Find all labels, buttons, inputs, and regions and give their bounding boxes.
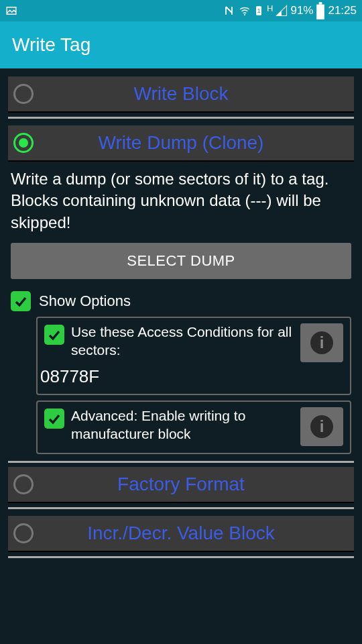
radio-factory-format[interactable]: Factory Format: [8, 467, 354, 503]
dump-description: Write a dump (or some sectors of it) to …: [8, 162, 354, 243]
radio-label: Write Dump (Clone): [42, 132, 354, 154]
svg-rect-5: [319, 2, 322, 5]
radio-label: Incr./Decr. Value Block: [42, 523, 354, 544]
info-button[interactable]: i: [300, 323, 343, 362]
radio-write-dump[interactable]: Write Dump (Clone): [8, 125, 354, 162]
divider: [8, 507, 354, 509]
checkbox-checked-icon: [11, 291, 31, 311]
option-label: Advanced: Enable writing to manufacturer…: [71, 407, 300, 443]
info-icon: i: [310, 415, 333, 438]
select-dump-button[interactable]: SELECT DUMP: [11, 243, 351, 279]
option-label: Use these Access Conditions for all sect…: [71, 323, 300, 360]
main-content: Write Block Write Dump (Clone) Write a d…: [0, 68, 362, 558]
status-bar: 1 H 91% 21:25: [0, 0, 362, 21]
wifi-icon: [239, 5, 251, 17]
radio-value-block[interactable]: Incr./Decr. Value Block: [8, 516, 354, 552]
radio-write-block[interactable]: Write Block: [8, 76, 354, 113]
divider: [8, 556, 354, 558]
radio-icon: [13, 523, 34, 543]
battery-icon: [316, 5, 325, 17]
app-bar: Write Tag: [0, 21, 362, 68]
radio-icon-selected: [13, 133, 34, 153]
network-type: H: [267, 3, 273, 13]
clock: 21:25: [328, 4, 357, 17]
nfc-icon: [224, 5, 236, 17]
radio-label: Factory Format: [42, 474, 354, 495]
divider: [8, 117, 354, 119]
info-icon: i: [310, 331, 333, 354]
radio-icon: [13, 84, 34, 104]
checkbox-checked-icon[interactable]: [44, 409, 64, 429]
radio-label: Write Block: [42, 83, 354, 105]
show-options-checkbox[interactable]: Show Options: [11, 291, 351, 311]
signal-icon: [276, 5, 288, 17]
divider: [8, 461, 354, 463]
sim-icon: 1: [253, 5, 264, 17]
access-conditions-input[interactable]: 08778F: [40, 366, 343, 387]
radio-icon: [13, 474, 34, 494]
battery-pct: 91%: [290, 4, 313, 17]
svg-rect-4: [317, 5, 325, 19]
option-access-conditions: Use these Access Conditions for all sect…: [36, 317, 351, 395]
checkbox-label: Show Options: [39, 292, 131, 310]
option-advanced-manufacturer: Advanced: Enable writing to manufacturer…: [36, 400, 351, 454]
info-button[interactable]: i: [300, 407, 343, 446]
svg-point-1: [244, 14, 245, 15]
svg-text:1: 1: [257, 7, 260, 14]
page-title: Write Tag: [12, 34, 90, 56]
picture-icon: [5, 5, 17, 17]
checkbox-checked-icon[interactable]: [44, 325, 64, 345]
